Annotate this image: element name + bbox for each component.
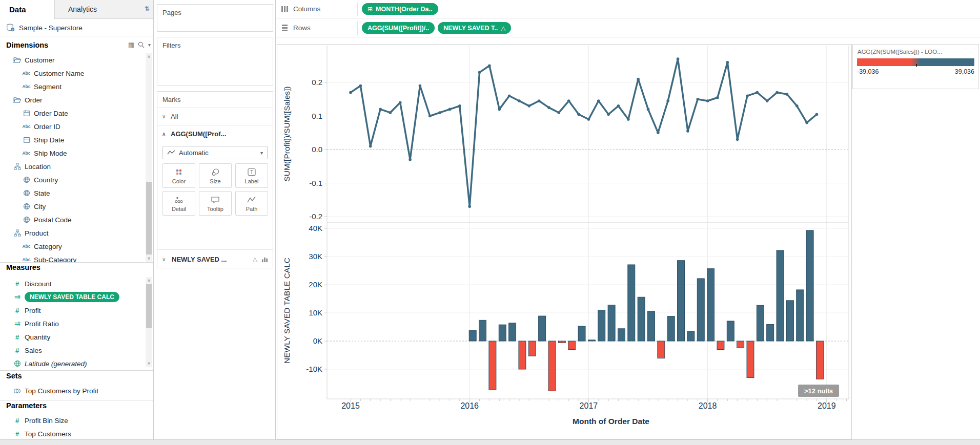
field-row[interactable]: ∨ Abc # =# NEWLY SAVED TABLE CALC — [0, 290, 146, 304]
delta-warning-icon: △ — [253, 256, 257, 263]
legend-gradient-bar[interactable] — [857, 58, 974, 66]
field-row[interactable]: ∨ Abc # =# Ship Date — [0, 133, 146, 146]
field-row[interactable]: ∨ Abc # =# Country — [0, 173, 146, 186]
pill-month-order-date[interactable]: ⊞ MONTH(Order Da.. — [362, 3, 438, 15]
field-type-icon: Abc # =# — [21, 84, 32, 89]
field-type-icon: Abc # =# — [11, 333, 23, 341]
field-row[interactable]: ∨ Abc # =# Order — [0, 93, 146, 107]
field-row[interactable]: ∨ Abc # =# Profit Ratio — [0, 317, 146, 330]
marks-section-agg[interactable]: ∧ AGG(SUM([Prof... — [157, 125, 273, 142]
pages-label: Pages — [157, 5, 273, 20]
search-icon[interactable] — [138, 41, 145, 48]
field-type-icon: Abc # =# — [21, 203, 32, 210]
field-label: Latitude (generated) — [25, 360, 87, 368]
field-type-icon: Abc # =# — [11, 430, 23, 438]
measures-scrollbar[interactable]: ∧ ∨ — [146, 277, 152, 367]
field-label: Category — [34, 243, 62, 250]
detail-button[interactable]: Detail — [162, 191, 195, 216]
field-label: NEWLY SAVED TABLE CALC — [25, 292, 119, 302]
field-type-icon: Abc # =# — [21, 244, 32, 249]
tooltip-icon — [210, 195, 220, 205]
svg-text:0.0: 0.0 — [312, 145, 322, 154]
svg-text:0K: 0K — [313, 336, 322, 345]
field-row[interactable]: ∨ Abc # =# Latitude (generated) — [0, 357, 146, 370]
field-row[interactable]: ∨ Abc # =# Postal Code — [0, 213, 146, 226]
field-label: Product — [25, 229, 49, 237]
rows-shelf-label: Rows — [276, 24, 357, 32]
field-row[interactable]: ∨ Abc # =# Quantity — [0, 330, 146, 344]
field-row[interactable]: ∨ Abc # =# Category — [0, 240, 146, 253]
color-legend[interactable]: AGG(ZN(SUM([Sales])) - LOO... -39,036 39… — [852, 44, 979, 89]
field-type-icon: Abc # =# — [21, 189, 32, 197]
columns-shelf[interactable]: Columns ⊞ MONTH(Order Da.. — [276, 0, 980, 18]
chevron-up-icon: ∧ — [162, 131, 171, 137]
tooltip-button[interactable]: Tooltip — [199, 191, 232, 216]
size-icon — [210, 167, 220, 177]
field-label: Sub-Category — [34, 256, 76, 263]
sets-header: Sets — [6, 372, 22, 380]
field-row[interactable]: ∨ Abc # =# Product — [0, 226, 146, 240]
field-type-icon: Abc # =# — [21, 71, 32, 76]
field-row[interactable]: ∨ Abc # =# City — [0, 200, 146, 213]
view-data-grid-icon[interactable]: ▦ — [128, 41, 134, 49]
pages-shelf[interactable]: Pages — [157, 4, 273, 32]
pill-agg-profit-ratio[interactable]: AGG(SUM([Profit])/.. — [362, 22, 435, 34]
field-row[interactable]: ∨ Abc # =# Location — [0, 160, 146, 173]
tab-data[interactable]: Data — [0, 0, 55, 19]
bar-chart-icon[interactable] — [261, 256, 268, 263]
dimensions-tools: ▦ ▾ — [128, 41, 151, 49]
worksheet[interactable]: 201520162017201820190.20.10.0-0.1-0.240K… — [277, 44, 852, 439]
sort-arrows-icon[interactable]: ⇅ — [145, 5, 150, 12]
field-row[interactable]: ∨ Abc # =# Sales — [0, 344, 146, 357]
field-label: Order — [25, 96, 43, 104]
path-button[interactable]: Path — [235, 191, 268, 216]
rows-shelf[interactable]: Rows AGG(SUM([Profit])/.. NEWLY SAVED T.… — [276, 19, 980, 37]
pill-newly-saved-calc[interactable]: NEWLY SAVED T.. △ — [438, 22, 511, 34]
field-type-icon: Abc # =# — [11, 294, 23, 300]
svg-text:-0.1: -0.1 — [309, 179, 322, 187]
dimensions-scrollbar[interactable]: ∧ ∨ — [146, 53, 152, 262]
field-row[interactable]: ∨ Abc # =# Segment — [0, 80, 146, 93]
bottom-scroll-strip[interactable] — [0, 439, 980, 445]
size-button[interactable]: Size — [199, 163, 232, 188]
field-row[interactable]: ∨ Abc # =# Discount — [0, 277, 146, 290]
field-row[interactable]: ∨ Abc # =# Sub-Category — [0, 253, 146, 262]
color-button[interactable]: Color — [162, 163, 195, 188]
field-row[interactable]: ∨ Abc # =# Order Date — [0, 107, 146, 120]
field-row[interactable]: ∨ Abc # =# Profit Bin Size — [0, 414, 146, 427]
field-label: Quantity — [25, 333, 50, 341]
field-row[interactable]: ∨ Abc # =# Top Customers — [0, 427, 146, 439]
field-type-icon: Abc # =# — [11, 229, 23, 237]
marks-section-all[interactable]: ∨ All — [157, 108, 273, 125]
field-label: Segment — [34, 83, 62, 91]
field-row[interactable]: ∨ Abc # =# Customer — [0, 53, 146, 67]
label-button[interactable]: T Label — [235, 163, 268, 188]
field-row[interactable]: ∨ Abc # =# Top Customers by Profit — [0, 384, 146, 397]
field-row[interactable]: ∨ Abc # =# Order ID — [0, 120, 146, 133]
marks-agg-label: AGG(SUM([Prof... — [171, 130, 226, 138]
field-row[interactable]: ∨ Abc # =# State — [0, 186, 146, 200]
mark-type-select[interactable]: Automatic ▾ — [162, 146, 268, 159]
tab-analytics[interactable]: Analytics — [55, 0, 97, 18]
datasource-row[interactable]: Sample - Superstore — [0, 19, 153, 36]
field-row[interactable]: ∨ Abc # =# Customer Name — [0, 67, 146, 80]
field-label: Location — [25, 163, 51, 171]
pane-menu-caret-icon[interactable]: ▾ — [148, 42, 151, 48]
svg-text:40K: 40K — [309, 224, 322, 232]
filters-shelf[interactable]: Filters — [157, 37, 273, 86]
marks-label: Marks — [157, 92, 273, 108]
field-label: City — [34, 203, 46, 210]
measures-list: ∨ Abc # =# Discount — [0, 277, 146, 370]
expand-box-icon[interactable]: ⊞ — [368, 6, 373, 13]
field-type-icon: Abc # =# — [11, 387, 23, 395]
field-row[interactable]: ∨ Abc # =# Ship Mode — [0, 146, 146, 160]
tableau-workspace: Data Analytics ⇅ Sample - Superstore Dim… — [0, 0, 980, 445]
svg-text:-0.2: -0.2 — [309, 212, 322, 221]
field-type-icon: Abc # =# — [11, 347, 23, 354]
svg-text:T: T — [250, 169, 253, 175]
marks-section-newly[interactable]: ∨ NEWLY SAVED ... △ — [157, 249, 273, 268]
field-row[interactable]: ∨ Abc # =# Profit — [0, 304, 146, 317]
combo-chart[interactable]: 201520162017201820190.20.10.0-0.1-0.240K… — [277, 45, 851, 439]
field-type-icon: Abc # =# — [21, 176, 32, 183]
delta-warning-icon: △ — [501, 25, 505, 32]
